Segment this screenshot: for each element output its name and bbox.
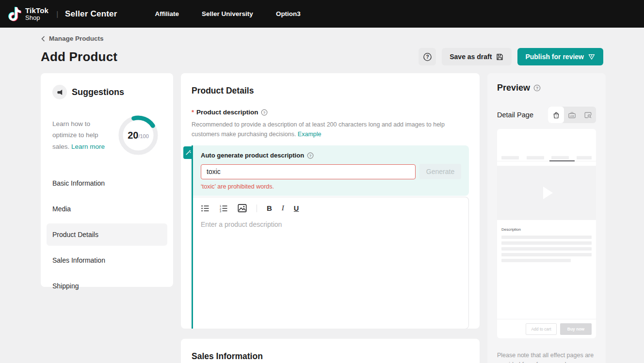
preview-title: Preview <box>497 83 530 93</box>
optimization-score-ring: 20 /100 <box>118 115 159 156</box>
help-button[interactable]: ? <box>419 48 436 65</box>
svg-text:?: ? <box>309 153 312 158</box>
score-total: /100 <box>138 133 148 139</box>
mockup-tab-bar <box>501 156 519 159</box>
svg-text:?: ? <box>426 54 429 60</box>
suggestions-description: Learn how to optimize to help sales. Lea… <box>52 118 113 153</box>
suggestions-panel: Suggestions Learn how to optimize to hel… <box>41 73 173 287</box>
toolbar-separator <box>257 205 257 212</box>
insert-image-icon[interactable] <box>238 204 247 213</box>
auto-generate-input[interactable] <box>201 164 416 179</box>
top-navbar: TikTok Shop | Seller Center Affiliate Se… <box>0 0 644 28</box>
sales-information-section: Sales Information <box>181 339 480 363</box>
browse-search-icon <box>584 111 592 119</box>
tab-product-detail[interactable] <box>548 107 564 123</box>
mockup-tab-bar <box>527 156 544 159</box>
auto-generate-help-icon[interactable]: ? <box>307 152 314 159</box>
nav-link-option3[interactable]: Option3 <box>276 10 301 17</box>
page-header: Add Product ? Save as draft Publish for … <box>41 48 603 65</box>
help-icon: ? <box>423 52 432 62</box>
tab-browse-search[interactable] <box>580 107 596 123</box>
header-actions: ? Save as draft Publish for review <box>419 48 603 65</box>
product-description-label-row: * Product description ? <box>192 109 469 116</box>
sidebar-item-shipping[interactable]: Shipping <box>47 275 167 297</box>
description-editor[interactable]: 123 B I U Enter a product descriptio <box>193 197 469 329</box>
magic-wand-badge <box>183 146 193 159</box>
mockup-add-to-cart-button: Add to cart <box>526 323 557 335</box>
mockup-text-placeholders <box>497 232 596 265</box>
description-help-icon[interactable]: ? <box>261 109 268 116</box>
main-area: Manage Products Add Product ? Save as dr… <box>0 28 644 363</box>
breadcrumb[interactable]: Manage Products <box>41 35 104 42</box>
score-value: 20 <box>128 130 138 141</box>
nav-link-affiliate[interactable]: Affiliate <box>155 10 179 17</box>
description-widget: Auto generate product description ? Gene… <box>192 145 469 329</box>
megaphone-icon <box>52 85 67 99</box>
mockup-top-spacer <box>497 129 596 156</box>
live-tv-icon: LIVE <box>568 111 576 119</box>
preview-panel: Preview ? Detail Page LIVE <box>487 73 606 363</box>
magic-wand-icon <box>185 150 191 156</box>
editor-placeholder: Enter a product description <box>201 221 461 228</box>
mockup-tab-placeholders <box>497 156 596 159</box>
preview-note: Please note that all effect pages are pr… <box>497 351 594 363</box>
sidebar-item-sales-information[interactable]: Sales Information <box>47 249 167 271</box>
auto-generate-input-row: Generate <box>201 164 461 179</box>
mockup-buy-now-button: Buy now <box>560 323 592 335</box>
mockup-footer: Add to cart Buy now <box>497 319 596 338</box>
shopping-bag-icon <box>552 111 560 119</box>
mockup-gap <box>497 161 596 166</box>
bullet-list-icon[interactable] <box>201 204 209 213</box>
save-as-draft-label: Save as draft <box>450 53 492 61</box>
bold-icon[interactable]: B <box>267 204 272 212</box>
score-label: 20 /100 <box>118 115 159 156</box>
tab-live[interactable]: LIVE <box>564 107 580 123</box>
svg-text:3: 3 <box>220 210 221 213</box>
tiktok-shop-logo[interactable]: TikTok Shop <box>8 6 48 22</box>
sidebar-item-basic-information[interactable]: Basic Information <box>47 172 167 194</box>
mockup-description-label: Description <box>501 227 596 232</box>
preview-tab-group: LIVE <box>548 107 596 123</box>
auto-generate-label-row: Auto generate product description ? <box>201 152 461 159</box>
svg-text:?: ? <box>536 86 538 91</box>
editor-toolbar: 123 B I U <box>201 204 461 213</box>
logo-wordmark: TikTok Shop <box>25 7 48 21</box>
sidebar-item-product-details[interactable]: Product Details <box>47 223 167 246</box>
mockup-tab-bar <box>551 156 569 159</box>
learn-more-link[interactable]: Learn more <box>71 143 105 150</box>
underline-icon[interactable]: U <box>294 205 299 212</box>
save-as-draft-button[interactable]: Save as draft <box>442 48 512 65</box>
mockup-active-tab-underline <box>497 159 596 161</box>
svg-text:LIVE: LIVE <box>570 114 574 117</box>
sidebar-item-media[interactable]: Media <box>47 198 167 220</box>
suggestions-menu: Basic Information Media Product Details … <box>52 172 161 297</box>
publish-for-review-button[interactable]: Publish for review <box>517 48 603 65</box>
mockup-tab-bar <box>577 156 592 159</box>
ordered-list-icon[interactable]: 123 <box>219 204 228 213</box>
auto-generate-label: Auto generate product description <box>201 152 304 159</box>
tiktok-note-icon <box>8 6 21 22</box>
product-description-label: Product description <box>196 109 258 116</box>
form-column: Product Details * Product description ? … <box>181 73 480 363</box>
save-icon <box>496 53 504 61</box>
example-link[interactable]: Example <box>298 131 322 138</box>
generate-button[interactable]: Generate <box>419 164 461 179</box>
required-mark: * <box>192 109 194 116</box>
nav-link-seller-university[interactable]: Seller University <box>202 10 253 17</box>
chevron-left-icon <box>41 36 46 42</box>
product-details-title: Product Details <box>192 86 469 96</box>
suggestions-title: Suggestions <box>72 87 124 97</box>
publish-send-icon <box>588 53 596 61</box>
detail-page-row: Detail Page LIVE <box>497 107 596 123</box>
breadcrumb-label: Manage Products <box>49 35 104 42</box>
italic-icon[interactable]: I <box>282 204 284 212</box>
mockup-spacer <box>497 265 596 319</box>
nav-divider: | <box>56 10 58 18</box>
content-columns: Suggestions Learn how to optimize to hel… <box>41 73 603 363</box>
suggestions-header: Suggestions <box>52 85 161 99</box>
add-product-page: TikTok Shop | Seller Center Affiliate Se… <box>0 0 644 363</box>
page-title: Add Product <box>41 49 117 64</box>
mockup-video-placeholder <box>497 166 596 220</box>
seller-center-label: Seller Center <box>65 9 117 19</box>
preview-help-icon[interactable]: ? <box>533 84 541 92</box>
